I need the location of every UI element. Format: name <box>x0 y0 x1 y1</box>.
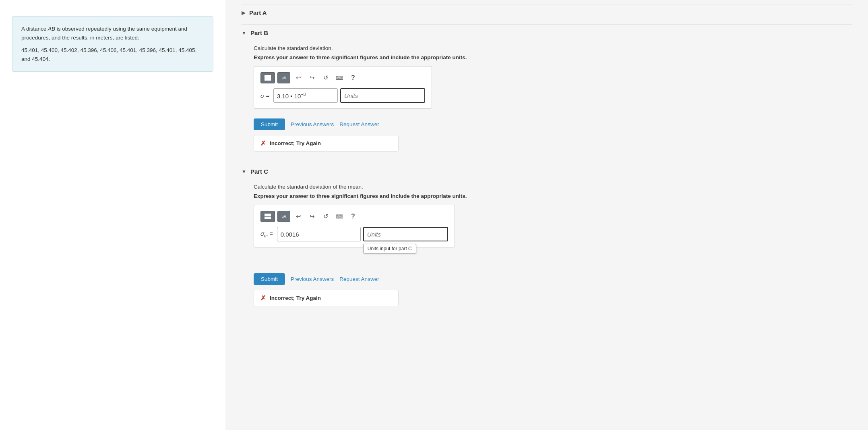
refresh-button-c[interactable]: ↺ <box>320 211 331 222</box>
part-b-instruction-bold: Express your answer to three significant… <box>254 54 852 60</box>
redo-button-b[interactable]: ↪ <box>306 72 318 83</box>
units-tooltip: Units input for part C <box>363 244 416 253</box>
ua-label-b: μA <box>282 76 286 80</box>
part-c-header[interactable]: ▼ Part C <box>242 163 852 180</box>
part-c-instruction: Calculate the standard deviation of the … <box>254 184 852 190</box>
part-c-label: Part C <box>250 168 268 175</box>
keyboard-button-c[interactable]: ⌨ <box>334 211 345 222</box>
part-b-answer-box: μA ↩ ↪ ↺ ⌨ ? σ = 3.10 • 10−3 <box>254 66 432 109</box>
ab-label: AB <box>48 26 55 32</box>
undo-button-b[interactable]: ↩ <box>293 72 304 83</box>
part-c-units-wrapper: Units input for part C <box>363 227 448 241</box>
part-a-arrow-icon: ▶ <box>242 10 245 16</box>
ua-button-b[interactable]: μA <box>277 72 290 83</box>
help-button-b[interactable]: ? <box>347 72 359 83</box>
part-c-feedback-box: ✗ Incorrect; Try Again <box>254 290 399 306</box>
part-a-section: ▶ Part A <box>242 4 852 21</box>
part-b-toolbar: μA ↩ ↪ ↺ ⌨ ? <box>260 72 425 83</box>
part-b-feedback-text: Incorrect; Try Again <box>270 140 321 146</box>
part-b-units-input[interactable] <box>340 88 425 103</box>
part-c-units-input[interactable] <box>363 227 448 241</box>
part-c-sigma-label: σm = <box>260 230 273 238</box>
part-c-section: ▼ Part C Calculate the standard deviatio… <box>242 163 852 314</box>
part-a-label: Part A <box>249 9 267 16</box>
part-b-request-answer-link[interactable]: Request Answer <box>339 121 379 127</box>
part-b-instruction: Calculate the standard deviation. <box>254 45 852 51</box>
keyboard-button-b[interactable]: ⌨ <box>334 72 345 83</box>
ua-label-c: μA <box>282 214 286 218</box>
part-c-action-row: Submit Previous Answers Request Answer <box>254 273 852 285</box>
part-b-section: ▼ Part B Calculate the standard deviatio… <box>242 24 852 160</box>
part-b-header[interactable]: ▼ Part B <box>242 24 852 41</box>
part-b-feedback-box: ✗ Incorrect; Try Again <box>254 135 399 152</box>
part-c-feedback-text: Incorrect; Try Again <box>270 295 321 301</box>
part-a-header[interactable]: ▶ Part A <box>242 4 852 21</box>
problem-statement: A distance AB is observed repeatedly usi… <box>21 25 204 42</box>
part-c-answer-box: μA ↩ ↪ ↺ ⌨ ? σm = Units in <box>254 205 455 247</box>
help-button-c[interactable]: ? <box>347 211 359 222</box>
part-b-sigma-label: σ = <box>260 92 269 99</box>
grid-button-c[interactable] <box>260 211 275 222</box>
part-b-value-input[interactable]: 3.10 • 10−3 <box>273 88 338 103</box>
part-c-toolbar: μA ↩ ↪ ↺ ⌨ ? <box>260 211 448 222</box>
part-c-value-input[interactable] <box>277 227 361 241</box>
ua-button-c[interactable]: μA <box>277 211 290 222</box>
part-b-content: Calculate the standard deviation. Expres… <box>242 41 852 160</box>
part-c-request-answer-link[interactable]: Request Answer <box>339 276 379 282</box>
grid-button-b[interactable] <box>260 72 275 83</box>
part-c-incorrect-icon: ✗ <box>260 294 266 302</box>
part-b-incorrect-icon: ✗ <box>260 139 266 147</box>
part-b-label: Part B <box>250 29 268 36</box>
part-b-action-row: Submit Previous Answers Request Answer <box>254 118 852 130</box>
right-panel: ▶ Part A ▼ Part B Calculate the standard… <box>225 0 868 430</box>
refresh-button-b[interactable]: ↺ <box>320 72 331 83</box>
grid-icon-c <box>265 214 271 219</box>
grid-icon-b <box>265 75 271 81</box>
part-b-submit-button[interactable]: Submit <box>254 118 285 130</box>
part-b-arrow-icon: ▼ <box>242 30 246 36</box>
part-c-content: Calculate the standard deviation of the … <box>242 180 852 314</box>
part-b-input-row: σ = 3.10 • 10−3 <box>260 88 425 103</box>
part-c-instruction-bold: Express your answer to three significant… <box>254 193 852 199</box>
part-c-input-row: σm = Units input for part C <box>260 227 448 241</box>
measurements: 45.401, 45.400, 45.402, 45.396, 45.406, … <box>21 46 204 63</box>
undo-button-c[interactable]: ↩ <box>293 211 304 222</box>
part-b-previous-answers-link[interactable]: Previous Answers <box>291 121 334 127</box>
part-b-value-display: 3.10 • 10−3 <box>277 92 306 100</box>
problem-box: A distance AB is observed repeatedly usi… <box>12 16 213 72</box>
part-c-arrow-icon: ▼ <box>242 169 246 174</box>
part-c-submit-button[interactable]: Submit <box>254 273 285 285</box>
redo-button-c[interactable]: ↪ <box>306 211 318 222</box>
part-c-previous-answers-link[interactable]: Previous Answers <box>291 276 334 282</box>
left-panel: A distance AB is observed repeatedly usi… <box>0 0 225 430</box>
